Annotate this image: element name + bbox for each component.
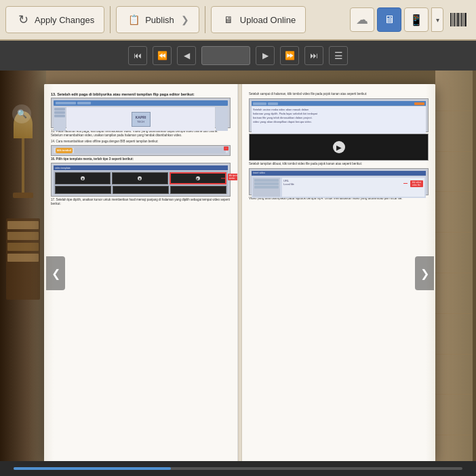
book: 13. Setelah edit paga di bibliyurika ata…	[44, 84, 435, 462]
nav-prev-icon: ◀	[184, 51, 190, 60]
left-decoration	[0, 71, 46, 476]
svg-rect-8	[464, 13, 467, 26]
main-toolbar: ↻ Apply Changes 📋 Publish ❯ 🖥 Upload Onl…	[0, 0, 476, 41]
svg-rect-1	[452, 13, 453, 26]
book-page-left: 13. Setelah edit paga di bibliyurika ata…	[44, 84, 238, 462]
next-page-arrow[interactable]: ❯	[415, 256, 434, 290]
arrow-left-icon: ❮	[52, 267, 60, 280]
cloud-button[interactable]: ☁	[350, 7, 374, 32]
monitor-icon: 🖥	[384, 14, 395, 26]
main-content-area: 🔍 ❮ ❯ 13. Setelah edit paga di bibliyuri…	[0, 71, 476, 476]
upload-online-button[interactable]: 🖥 Upload Online	[211, 6, 306, 33]
upload-online-label: Upload Online	[240, 15, 296, 25]
page-number-input[interactable]: 6-7/20	[201, 46, 250, 65]
book-page-right: Setelah sampai di halaman, klik tombol v…	[242, 84, 435, 462]
upload-icon: 🖥	[221, 12, 236, 27]
nav-list-button[interactable]: ☰	[329, 46, 348, 65]
publish-arrow-icon: ❯	[181, 14, 189, 25]
prev-page-arrow[interactable]: ❮	[46, 256, 65, 290]
nav-next-fast-button[interactable]: ⏩	[280, 46, 299, 65]
svg-rect-7	[463, 13, 464, 26]
nav-last-button[interactable]: ⏭	[304, 46, 323, 65]
svg-rect-4	[457, 13, 459, 26]
right-section-text: Setelah sampai di halaman, klik tombol v…	[249, 92, 429, 96]
nav-first-button[interactable]: ⏮	[128, 46, 147, 65]
right-video-player: ▶	[249, 134, 429, 161]
nav-first-icon: ⏮	[134, 51, 142, 60]
separator-1	[110, 6, 111, 33]
left-text-17: 17. Setelah tipe dipilih, anaikan kursor…	[51, 198, 231, 207]
left-screenshot1: KAPRI TECH	[51, 98, 231, 128]
svg-rect-2	[454, 13, 455, 26]
left-text-14-intro: 14. Cara menambahkan video offline paga …	[51, 140, 231, 144]
status-bar	[0, 461, 476, 476]
search-icon: 🔍	[17, 109, 27, 119]
right-decoration	[435, 71, 473, 476]
right-screenshot2: insert video URL Local file kli	[249, 168, 429, 195]
apply-changes-button[interactable]: ↻ Apply Changes	[5, 6, 104, 33]
barcode-svg	[449, 10, 468, 29]
nav-next-icon: ▶	[262, 51, 269, 60]
svg-rect-5	[460, 13, 460, 26]
search-overlay-button[interactable]: 🔍	[12, 104, 31, 123]
cloud-icon: ☁	[356, 12, 368, 27]
chevron-down-icon: ▾	[436, 16, 439, 24]
svg-rect-6	[461, 13, 462, 26]
progress-bar	[14, 467, 462, 470]
barcode-button[interactable]	[446, 7, 471, 32]
left-screenshot2: klik tombol →	[51, 145, 231, 156]
svg-rect-0	[450, 13, 452, 26]
view-dropdown-arrow[interactable]: ▾	[431, 7, 443, 32]
left-section13-title: 13. Setelah edit paga di bibliyurika ata…	[51, 92, 231, 96]
nav-prev-button[interactable]: ◀	[177, 46, 196, 65]
nav-list-icon: ☰	[334, 50, 343, 61]
refresh-icon: ↻	[16, 12, 31, 27]
separator-2	[205, 6, 205, 33]
apply-changes-label: Apply Changes	[35, 15, 94, 25]
nav-next-fast-icon: ⏩	[285, 51, 295, 60]
left-screenshot3: video template ▶ ▶ ▶ klik tipe templatem…	[51, 163, 231, 197]
nav-last-icon: ⏭	[310, 51, 318, 60]
publish-label: Publish	[145, 15, 174, 25]
phone-button[interactable]: 📱	[404, 7, 429, 32]
phone-icon: 📱	[410, 14, 423, 26]
arrow-right-icon: ❯	[420, 267, 429, 280]
nav-prev-fast-button[interactable]: ⏪	[153, 46, 172, 65]
toolbar-right-group: ☁ 🖥 📱 ▾	[350, 7, 471, 32]
publish-button[interactable]: 📋 Publish ❯	[116, 6, 199, 33]
nav-prev-fast-icon: ⏪	[157, 51, 167, 60]
svg-rect-3	[456, 13, 456, 26]
left-text-16: 16. Pilih tipe template menta, terlah ti…	[51, 157, 231, 161]
monitor-button[interactable]: 🖥	[377, 7, 401, 32]
nav-next-button[interactable]: ▶	[256, 46, 275, 65]
publish-icon: 📋	[126, 12, 141, 27]
navigation-bar: ⏮ ⏪ ◀ 6-7/20 ▶ ⏩ ⏭ ☰	[0, 41, 476, 71]
right-screenshot1: Setelah urutan maka video akan masuk dal…	[249, 98, 429, 132]
right-text-section: Setelah tampilan dibuat, klik tombol vid…	[249, 162, 429, 166]
